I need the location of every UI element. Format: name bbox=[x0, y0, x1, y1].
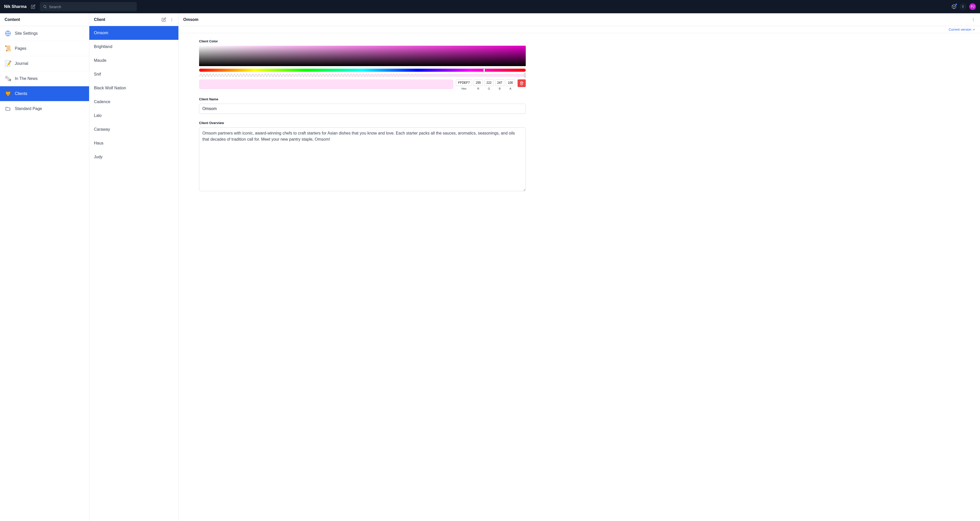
client-name-field: Client Name bbox=[199, 97, 526, 114]
detail-title: Omsom bbox=[183, 18, 199, 22]
detail-header: Omsom bbox=[179, 13, 980, 26]
list-item[interactable]: Omsom bbox=[89, 26, 178, 40]
client-color-field: Client Color bbox=[199, 39, 526, 90]
saturation-panel[interactable] bbox=[199, 46, 526, 66]
sidebar-item-label: Pages bbox=[15, 46, 26, 51]
sidebar-item-label: Journal bbox=[15, 61, 28, 66]
search-icon bbox=[43, 5, 47, 9]
sidebar-item-standard-page[interactable]: Standard Page bbox=[0, 101, 89, 116]
svg-point-5 bbox=[172, 18, 172, 19]
sidebar-item-pages[interactable]: 📜Pages bbox=[0, 41, 89, 56]
r-input[interactable] bbox=[474, 80, 483, 86]
b-caption: B bbox=[499, 87, 501, 90]
list-title: Client bbox=[94, 18, 105, 22]
alpha-slider[interactable] bbox=[199, 74, 526, 77]
sidebar-item-label: Clients bbox=[15, 91, 27, 96]
list-more-icon[interactable] bbox=[170, 18, 174, 22]
svg-point-7 bbox=[172, 21, 172, 21]
topbar: Nik Sharma 0 PJ bbox=[0, 0, 980, 13]
list-item[interactable]: Brightland bbox=[89, 40, 178, 54]
sidebar-item-site-settings[interactable]: Site Settings bbox=[0, 26, 89, 41]
chevron-down-icon bbox=[972, 28, 975, 31]
sidebar-header: Content bbox=[0, 13, 89, 26]
sidebar-item-clients[interactable]: 🦁Clients bbox=[0, 86, 89, 101]
new-entry-icon[interactable] bbox=[162, 18, 166, 22]
hex-caption: Hex bbox=[461, 87, 466, 90]
hue-thumb[interactable] bbox=[484, 68, 485, 72]
list-item[interactable]: Lalo bbox=[89, 109, 178, 123]
color-swatch bbox=[199, 80, 453, 89]
svg-point-0 bbox=[44, 5, 46, 8]
svg-point-9 bbox=[973, 19, 974, 20]
list-item[interactable]: Judy bbox=[89, 150, 178, 164]
newspaper-icon: 🗞️ bbox=[5, 75, 11, 82]
alpha-thumb[interactable] bbox=[524, 73, 526, 77]
list-item[interactable]: Snif bbox=[89, 67, 178, 81]
g-caption: G bbox=[488, 87, 490, 90]
sidebar-item-label: Standard Page bbox=[15, 107, 42, 111]
workspace-name: Nik Sharma bbox=[4, 4, 27, 9]
version-label: Current version bbox=[948, 27, 971, 32]
client-overview-textarea[interactable] bbox=[199, 127, 526, 191]
scroll-icon: 📜 bbox=[5, 45, 11, 52]
folder-icon bbox=[5, 105, 11, 112]
edit-workspace-icon[interactable] bbox=[30, 4, 36, 9]
r-caption: R bbox=[477, 87, 479, 90]
client-name-label: Client Name bbox=[199, 97, 526, 101]
list-item[interactable]: Caraway bbox=[89, 123, 178, 136]
sidebar-item-label: In The News bbox=[15, 76, 38, 81]
lion-icon: 🦁 bbox=[5, 90, 11, 97]
svg-point-10 bbox=[973, 21, 974, 21]
entry-list-column: Client OmsomBrightlandMaudeSnifBlack Wol… bbox=[89, 13, 179, 521]
sidebar-item-in-the-news[interactable]: 🗞️In The News bbox=[0, 71, 89, 86]
b-input[interactable] bbox=[495, 80, 504, 86]
svg-point-8 bbox=[973, 18, 974, 19]
user-avatar[interactable]: PJ bbox=[969, 3, 976, 10]
package-icon[interactable] bbox=[951, 4, 956, 9]
hex-input[interactable] bbox=[456, 80, 472, 86]
color-picker: Hex R G bbox=[199, 46, 526, 90]
version-selector[interactable]: Current version bbox=[179, 26, 980, 33]
changes-count-badge[interactable]: 0 bbox=[960, 4, 966, 10]
color-inputs: Hex R G bbox=[456, 80, 515, 90]
content-sidebar: Content Site Settings📜Pages📝Journal🗞️In … bbox=[0, 13, 89, 521]
g-input[interactable] bbox=[484, 80, 493, 86]
svg-point-6 bbox=[172, 19, 172, 20]
list-item[interactable]: Cadence bbox=[89, 95, 178, 109]
list-header: Client bbox=[89, 13, 178, 26]
sidebar-title: Content bbox=[5, 18, 20, 22]
a-caption: A bbox=[509, 87, 511, 90]
svg-line-1 bbox=[46, 7, 46, 8]
hue-slider[interactable] bbox=[199, 69, 526, 72]
notification-dot bbox=[956, 3, 957, 5]
client-name-input[interactable] bbox=[199, 104, 526, 114]
client-overview-field: Client Overview bbox=[199, 121, 526, 192]
client-overview-label: Client Overview bbox=[199, 121, 526, 125]
a-input[interactable] bbox=[506, 80, 515, 86]
sidebar-item-label: Site Settings bbox=[15, 31, 38, 36]
client-color-label: Client Color bbox=[199, 39, 526, 43]
sidebar-item-journal[interactable]: 📝Journal bbox=[0, 56, 89, 71]
delete-color-button[interactable] bbox=[517, 80, 526, 87]
sidebar-nav: Site Settings📜Pages📝Journal🗞️In The News… bbox=[0, 26, 89, 116]
list-item[interactable]: Haus bbox=[89, 136, 178, 150]
search-input[interactable] bbox=[49, 5, 134, 9]
search-field[interactable] bbox=[40, 2, 137, 11]
list-item[interactable]: Maude bbox=[89, 54, 178, 67]
list-item[interactable]: Black Wolf Nation bbox=[89, 81, 178, 95]
globe-icon bbox=[5, 30, 11, 37]
detail-column: Omsom Current version Client Color bbox=[179, 13, 980, 521]
entry-list: OmsomBrightlandMaudeSnifBlack Wolf Natio… bbox=[89, 26, 178, 164]
notepad-icon: 📝 bbox=[5, 60, 11, 67]
detail-more-icon[interactable] bbox=[971, 18, 975, 22]
topbar-actions: 0 PJ bbox=[951, 3, 976, 10]
